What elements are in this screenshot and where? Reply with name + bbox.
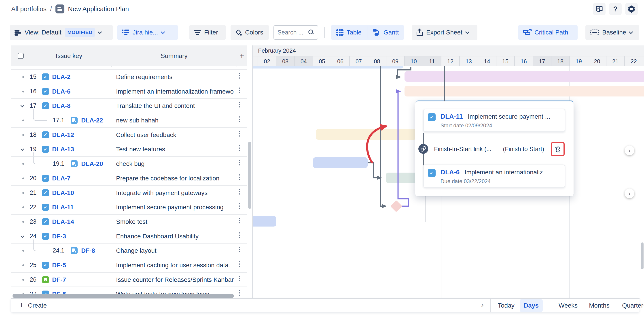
row-menu-button[interactable] [239,145,240,151]
popup-target-issue-card[interactable]: ✓ DLA-6Implement an internationaliz... D… [423,165,565,188]
breadcrumb-all-portfolios[interactable]: All portfolios [11,5,46,13]
row-menu-button[interactable] [239,73,240,79]
issue-key-link[interactable]: DLA-12 [52,128,74,142]
row-menu-button[interactable] [239,189,240,194]
gantt-vertical-scrollbar[interactable] [641,242,644,269]
documentation-button[interactable] [593,3,606,15]
issue-summary[interactable]: Collect user feedback [116,128,234,142]
table-row-df-7[interactable]: 26DF-7Issue counter for Releases/Sprints… [11,273,247,287]
help-button[interactable]: ? [609,3,622,15]
table-row-dla-13[interactable]: 19✓DLA-13Test new features [11,142,247,157]
highlighted-link-dla11-dla6[interactable] [398,91,408,206]
table-row-dla-6[interactable]: 16✓DLA-6Implement an internationalizatio… [11,84,247,99]
issue-summary[interactable]: Prepare the codebase for localization [116,171,234,185]
issue-key-link[interactable]: DF-7 [52,273,66,287]
row-menu-button[interactable] [239,160,240,165]
export-sheet-button[interactable]: Export Sheet [412,25,478,40]
issue-key-link[interactable]: DLA-14 [52,215,74,229]
create-button[interactable]: + Create [19,299,47,312]
unlink-button-highlighted[interactable] [551,142,564,156]
issue-summary[interactable]: Change layout [116,243,234,258]
zoom-level-days[interactable]: Days [520,299,543,312]
table-row-dla-14[interactable]: 23✓DLA-14Smoke test [11,215,247,229]
settings-button[interactable] [625,3,638,15]
filter-button[interactable]: Filter [189,25,226,40]
issue-key-link[interactable]: DLA-2 [52,70,70,84]
issue-summary[interactable]: Smoke test [116,215,234,229]
search-input[interactable]: Search ... [274,25,318,40]
table-row-dla-11[interactable]: 22✓DLA-11Implement secure payment proces… [11,200,247,215]
table-row-dla-20[interactable]: 19.1DLA-20check bug [11,157,247,171]
issue-key-link[interactable]: DLA-13 [52,142,74,156]
add-column-button[interactable]: + [236,46,247,66]
issue-key-link[interactable]: DLA-8 [52,99,70,113]
row-menu-button[interactable] [239,102,240,107]
row-menu-button[interactable] [239,174,240,180]
issue-summary[interactable]: Define requirements [116,70,234,84]
issue-key-link[interactable]: DLA-20 [81,157,103,171]
table-row-dla-8[interactable]: 17✓DLA-8Translate the UI and content [11,99,247,113]
issue-summary[interactable]: Enhance Dashboard Usability [116,229,234,243]
gantt-view-button[interactable]: Gantt [368,25,404,40]
popup-source-issue-card[interactable]: ✓ DLA-11Implement secure payment ... Sta… [423,109,565,132]
table-row-dla-12[interactable]: 18✓DLA-12Collect user feedback [11,128,247,142]
chevron-down-icon[interactable] [20,104,24,107]
chevron-down-icon[interactable] [20,234,24,238]
select-all-checkbox[interactable] [18,53,24,59]
today-button[interactable]: Today [494,299,518,312]
expand-right-button[interactable]: › [481,301,484,309]
row-menu-button[interactable] [239,88,240,93]
issue-summary[interactable]: Integrate with payment gateways [116,186,234,200]
table-vertical-scrollbar[interactable] [248,142,251,209]
zoom-level-quarters[interactable]: Quarters [618,299,644,312]
next-link-button[interactable]: › [624,146,634,155]
popup-source-key[interactable]: DLA-11 [440,113,463,120]
view-selector-button[interactable]: View: Default MODIFIED [10,25,113,40]
row-menu-button[interactable] [239,261,240,267]
colors-button[interactable]: Colors [230,25,269,40]
hierarchy-selector-button[interactable]: Jira hie... [117,25,178,40]
issue-summary[interactable]: Implement secure payment processing [116,200,234,214]
critical-path-button[interactable]: Critical Path [518,25,578,40]
issue-key-link[interactable]: DF-8 [81,243,95,258]
table-row-df-8[interactable]: 24.1DF-8Change layout [11,243,247,258]
table-row-df-5[interactable]: 25✓DF-5Implement caching for user sessio… [11,258,247,273]
column-header-summary[interactable]: Summary [112,46,236,66]
next-link-button[interactable]: › [624,188,634,198]
table-row-dla-22[interactable]: 17.1DLA-22new sub hahah [11,113,247,128]
issue-key-link[interactable]: DLA-22 [81,113,103,127]
table-horizontal-scrollbar[interactable] [12,294,234,298]
table-row-df-3[interactable]: 24✓DF-3Enhance Dashboard Usability [11,229,247,244]
chevron-down-icon[interactable] [20,147,24,151]
column-header-issue-key[interactable]: Issue key [27,46,111,66]
issue-key-link[interactable]: DF-5 [52,258,66,272]
table-row-dla-2[interactable]: 15✓DLA-2Define requirements [11,70,247,84]
issue-key-link[interactable]: DF-3 [52,229,66,243]
row-menu-button[interactable] [239,276,240,281]
baseline-button[interactable]: Baseline [586,25,639,40]
row-menu-button[interactable] [239,247,240,252]
zoom-level-weeks[interactable]: Weeks [554,299,582,312]
zoom-level-months[interactable]: Months [585,299,614,312]
issue-summary[interactable]: Implement an internationalization framew… [116,84,234,99]
issue-summary[interactable]: new sub hahah [116,113,234,127]
table-row-dla-7[interactable]: 20✓DLA-7Prepare the codebase for localiz… [11,171,247,186]
table-row-dla-10[interactable]: 21✓DLA-10Integrate with payment gateways [11,186,247,200]
issue-summary[interactable]: check bug [116,157,234,171]
row-menu-button[interactable] [239,203,240,209]
popup-target-key[interactable]: DLA-6 [440,169,460,176]
issue-key-link[interactable]: DLA-10 [52,186,74,200]
row-menu-button[interactable] [239,131,240,137]
row-menu-button[interactable] [239,218,240,223]
issue-summary[interactable]: Implement caching for user session data. [116,258,234,272]
row-menu-button[interactable] [239,232,240,238]
table-view-button[interactable]: Table [331,25,367,40]
issue-summary[interactable]: Translate the UI and content [116,99,234,113]
row-menu-button[interactable] [239,116,240,122]
issue-key-link[interactable]: DLA-11 [52,200,74,214]
issue-key-link[interactable]: DLA-6 [52,84,70,99]
issue-summary[interactable]: Issue counter for Releases/Sprints Kanba… [116,273,234,287]
issue-summary[interactable]: Test new features [116,142,234,156]
row-menu-button[interactable] [239,290,240,296]
issue-key-link[interactable]: DLA-7 [52,171,70,185]
